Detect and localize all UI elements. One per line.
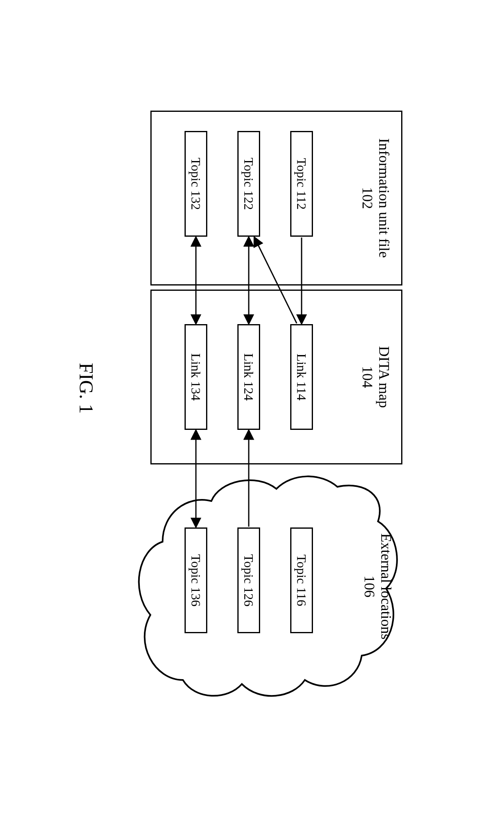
topic-136: Topic 136 xyxy=(185,527,207,633)
container-ref: 106 xyxy=(361,575,378,597)
link-114: Link 114 xyxy=(290,324,313,430)
topic-label: Topic 122 xyxy=(241,158,256,210)
container-title: DITA map xyxy=(376,346,392,408)
link-124: Link 124 xyxy=(237,324,260,430)
container-external-title: External locations 106 xyxy=(361,513,394,660)
topic-126: Topic 126 xyxy=(237,527,260,633)
link-134: Link 134 xyxy=(185,324,207,430)
diagram-stage: Information unit file 102 DITA map 104 E… xyxy=(0,82,504,733)
container-ref: 104 xyxy=(359,366,376,388)
topic-label: Link 124 xyxy=(241,353,256,401)
topic-116: Topic 116 xyxy=(290,527,313,633)
topic-122: Topic 122 xyxy=(237,131,260,237)
topic-label: Topic 126 xyxy=(241,554,256,606)
topic-label: Topic 136 xyxy=(189,554,204,606)
container-title: External locations xyxy=(378,534,394,640)
topic-112: Topic 112 xyxy=(290,131,313,237)
topic-label: Topic 132 xyxy=(189,158,204,210)
figure-label: FIG. 1 xyxy=(75,363,98,414)
container-title: Information unit file xyxy=(376,138,392,258)
topic-132: Topic 132 xyxy=(185,131,207,237)
topic-label: Topic 112 xyxy=(294,158,309,209)
topic-label: Link 134 xyxy=(189,353,204,401)
container-ref: 102 xyxy=(359,187,376,209)
topic-label: Link 114 xyxy=(294,353,309,400)
topic-label: Topic 116 xyxy=(294,554,309,606)
